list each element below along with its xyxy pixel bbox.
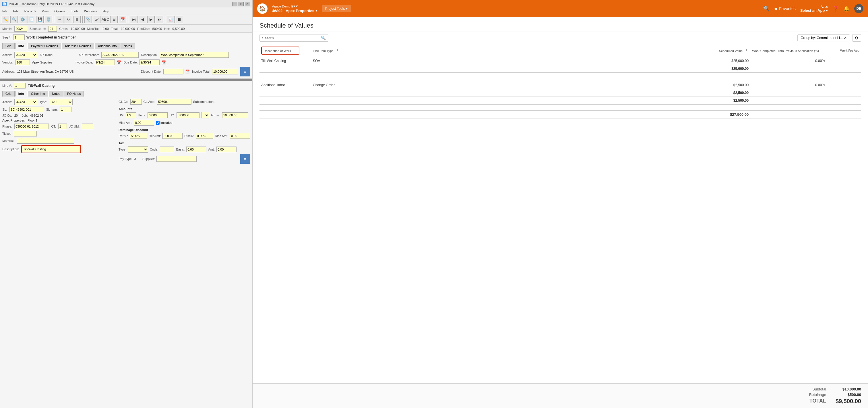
batch-input[interactable] <box>48 26 57 32</box>
maximize-button[interactable]: □ <box>239 2 244 6</box>
toolbar-prev-btn[interactable]: ◀ <box>138 16 146 23</box>
vendor-id-input[interactable] <box>16 59 30 65</box>
company-selector[interactable]: 46802 - Apex Properties ▾ <box>272 9 317 13</box>
tab-payment-overrides[interactable]: Payment Overrides <box>28 43 61 49</box>
filter-button[interactable]: ⚙ <box>852 34 861 42</box>
user-avatar[interactable]: DE <box>854 4 863 13</box>
favorites-button[interactable]: ★ Favorites <box>774 6 796 11</box>
included-checkbox[interactable] <box>156 121 160 125</box>
th-desc-menu-icon[interactable]: ⋮ <box>293 48 297 53</box>
home-button[interactable]: 🏠 <box>257 3 268 14</box>
included-checkbox-label[interactable]: Included <box>156 121 173 125</box>
sl-input[interactable] <box>9 107 44 112</box>
project-tools-button[interactable]: Project Tools ▾ <box>322 5 351 12</box>
menu-records[interactable]: Records <box>23 9 37 13</box>
search-input[interactable] <box>262 36 321 40</box>
toolbar-settings-btn[interactable]: ⚙️ <box>19 16 26 23</box>
material-input[interactable] <box>17 138 74 144</box>
tab-bottom-info[interactable]: Info <box>15 91 27 96</box>
discount-date-calendar-icon[interactable]: 📅 <box>185 69 190 74</box>
action-bottom-select[interactable]: A-Add <box>14 99 37 105</box>
menu-file[interactable]: File <box>1 9 9 13</box>
search-header-icon[interactable]: 🔍 <box>763 5 770 12</box>
line-input[interactable] <box>14 83 26 88</box>
toolbar-delete-btn[interactable]: 🗑️ <box>45 16 52 23</box>
invoice-total-input[interactable] <box>212 69 238 75</box>
action-select[interactable]: A-Add <box>14 52 37 58</box>
tab-bottom-other-info[interactable]: Other Info <box>28 91 48 96</box>
tab-grid[interactable]: Grid <box>2 43 14 49</box>
toolbar-first-btn[interactable]: ⏮ <box>130 16 137 23</box>
basis-input[interactable] <box>186 147 206 152</box>
gl-co-input[interactable] <box>130 99 142 105</box>
tab-info[interactable]: Info <box>15 43 27 49</box>
menu-windows[interactable]: Windows <box>83 9 98 13</box>
th-sv-menu-icon[interactable]: ⋮ <box>745 48 749 53</box>
um-input[interactable] <box>126 112 136 118</box>
due-date-calendar-icon[interactable]: 📅 <box>161 60 166 65</box>
gl-acct-input[interactable] <box>157 99 191 105</box>
invoice-date-input[interactable] <box>95 59 115 65</box>
toolbar-table-btn[interactable]: 📊 <box>167 16 175 23</box>
tab-addenda-info[interactable]: Addenda Info <box>95 43 120 49</box>
help-icon[interactable]: ❓ <box>832 5 839 12</box>
units-input[interactable] <box>148 112 167 118</box>
type-select[interactable]: 7-SL <box>50 99 73 105</box>
supplier-input[interactable] <box>156 156 197 162</box>
forward-nav-button[interactable]: » <box>240 67 250 77</box>
toolbar-attach-btn[interactable]: 📎 <box>84 16 92 23</box>
menu-tools[interactable]: Tools <box>70 9 80 13</box>
group-by-close-icon[interactable]: ✕ <box>844 36 847 40</box>
ret-amt-input[interactable] <box>162 133 183 139</box>
ticket-input[interactable] <box>14 131 37 137</box>
menu-options[interactable]: Options <box>53 9 66 13</box>
jc-um-input[interactable] <box>82 123 93 129</box>
toolbar-next-btn[interactable]: ▶ <box>147 16 155 23</box>
th-lit-menu-icon[interactable]: ⋮ <box>336 48 340 53</box>
minimize-button[interactable]: ─ <box>232 2 237 6</box>
discount-date-input[interactable] <box>163 69 183 75</box>
description-input-top[interactable] <box>160 52 229 58</box>
toolbar-end-btn[interactable]: ⏹ <box>176 16 183 23</box>
due-date-input[interactable] <box>140 59 160 65</box>
group-by-button[interactable]: Group by: Commitment Li... ✕ <box>797 34 850 41</box>
sl-item-input[interactable] <box>60 107 71 112</box>
toolbar-redo-btn[interactable]: ↻ <box>65 16 72 23</box>
toolbar-screen-btn[interactable]: 🖥 <box>110 16 118 23</box>
toolbar-calendar-btn[interactable]: 📅 <box>119 16 126 23</box>
seq-input[interactable] <box>13 34 25 40</box>
ret-pct-input[interactable] <box>130 133 147 139</box>
bottom-forward-nav-button[interactable]: » <box>240 154 250 164</box>
misc-amt-input[interactable] <box>134 120 154 125</box>
disc-pct-input[interactable] <box>196 133 213 139</box>
code-input[interactable] <box>160 147 174 152</box>
tax-type-select[interactable] <box>128 146 148 152</box>
toolbar-edit-btn[interactable]: ✏️ <box>2 16 9 23</box>
toolbar-grid-btn[interactable]: ⊞ <box>73 16 81 23</box>
tab-bottom-grid[interactable]: Grid <box>2 91 14 96</box>
uc-input[interactable] <box>177 112 199 118</box>
tab-bottom-notes[interactable]: Notes <box>49 91 63 96</box>
tab-bottom-po-notes[interactable]: PO Notes <box>64 91 84 96</box>
disc-amt-input[interactable] <box>230 133 250 139</box>
close-button[interactable]: ✕ <box>245 2 250 6</box>
toolbar-save-btn[interactable]: 💾 <box>36 16 43 23</box>
menu-edit[interactable]: Edit <box>12 9 20 13</box>
toolbar-undo-btn[interactable]: ↩ <box>56 16 63 23</box>
tab-notes[interactable]: Notes <box>121 43 135 49</box>
ap-ref-input[interactable] <box>101 52 138 58</box>
amt-input[interactable] <box>216 147 237 152</box>
notifications-icon[interactable]: 🔔 <box>843 5 849 12</box>
toolbar-search-btn[interactable]: 🔍 <box>10 16 18 23</box>
description-bottom-input[interactable] <box>22 146 80 152</box>
phase-input[interactable] <box>14 123 49 129</box>
toolbar-doc-btn[interactable]: 📄 <box>28 16 35 23</box>
menu-help[interactable]: Help <box>102 9 111 13</box>
invoice-date-calendar-icon[interactable]: 📅 <box>117 60 121 65</box>
toolbar-spell-btn[interactable]: ABC <box>102 16 109 23</box>
uc-dropdown[interactable] <box>201 112 209 118</box>
month-input[interactable] <box>14 26 27 32</box>
th-empty1-menu-icon[interactable]: ⋮ <box>360 48 364 53</box>
ct-input[interactable] <box>58 123 67 129</box>
apps-select-button[interactable]: Select an App ▾ <box>800 8 828 12</box>
